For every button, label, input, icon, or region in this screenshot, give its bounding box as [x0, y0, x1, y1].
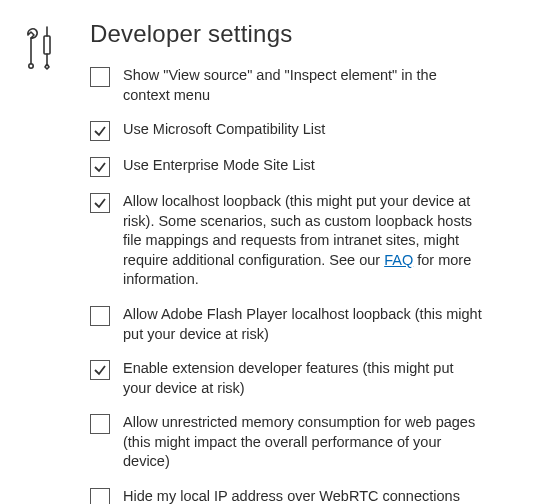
settings-content: Developer settings Show "View source" an…: [78, 20, 528, 504]
page-title: Developer settings: [90, 20, 528, 48]
tools-icon: [22, 20, 78, 70]
option-label: Enable extension developer features (thi…: [123, 359, 483, 398]
checkbox-extension-dev[interactable]: [90, 360, 110, 380]
option-compat-list: Use Microsoft Compatibility List: [90, 120, 528, 141]
svg-rect-3: [44, 36, 50, 54]
option-flash-loopback: Allow Adobe Flash Player localhost loopb…: [90, 305, 528, 344]
option-extension-dev: Enable extension developer features (thi…: [90, 359, 528, 398]
checkbox-flash-loopback[interactable]: [90, 306, 110, 326]
option-webrtc-ip: Hide my local IP address over WebRTC con…: [90, 487, 528, 504]
option-view-source: Show "View source" and "Inspect element"…: [90, 66, 528, 105]
option-localhost-loopback: Allow localhost loopback (this might put…: [90, 192, 528, 290]
checkbox-view-source[interactable]: [90, 67, 110, 87]
option-enterprise-mode: Use Enterprise Mode Site List: [90, 156, 528, 177]
option-label: Show "View source" and "Inspect element"…: [123, 66, 483, 105]
developer-settings-panel: Developer settings Show "View source" an…: [22, 20, 528, 504]
option-label: Allow localhost loopback (this might put…: [123, 192, 483, 290]
option-label: Use Enterprise Mode Site List: [123, 156, 315, 176]
checkbox-memory[interactable]: [90, 414, 110, 434]
option-label: Allow unrestricted memory consumption fo…: [123, 413, 483, 472]
checkbox-localhost-loopback[interactable]: [90, 193, 110, 213]
option-label: Use Microsoft Compatibility List: [123, 120, 325, 140]
option-label: Allow Adobe Flash Player localhost loopb…: [123, 305, 483, 344]
checkbox-enterprise-mode[interactable]: [90, 157, 110, 177]
checkbox-webrtc-ip[interactable]: [90, 488, 110, 504]
option-label: Hide my local IP address over WebRTC con…: [123, 487, 460, 504]
faq-link[interactable]: FAQ: [384, 252, 413, 268]
option-memory: Allow unrestricted memory consumption fo…: [90, 413, 528, 472]
svg-point-1: [29, 64, 33, 68]
checkbox-compat-list[interactable]: [90, 121, 110, 141]
